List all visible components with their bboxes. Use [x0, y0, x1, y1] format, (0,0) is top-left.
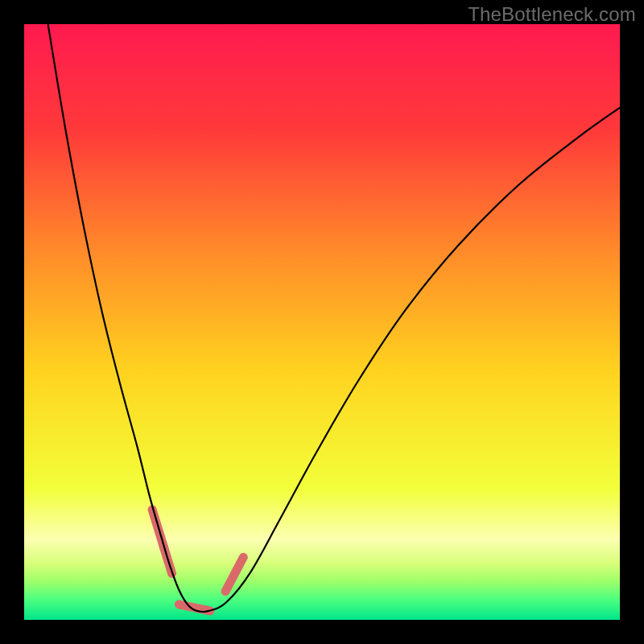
chart-background	[24, 24, 620, 620]
chart-svg	[24, 24, 620, 620]
watermark-text: TheBottleneck.com	[468, 3, 636, 26]
chart-frame	[24, 24, 620, 620]
